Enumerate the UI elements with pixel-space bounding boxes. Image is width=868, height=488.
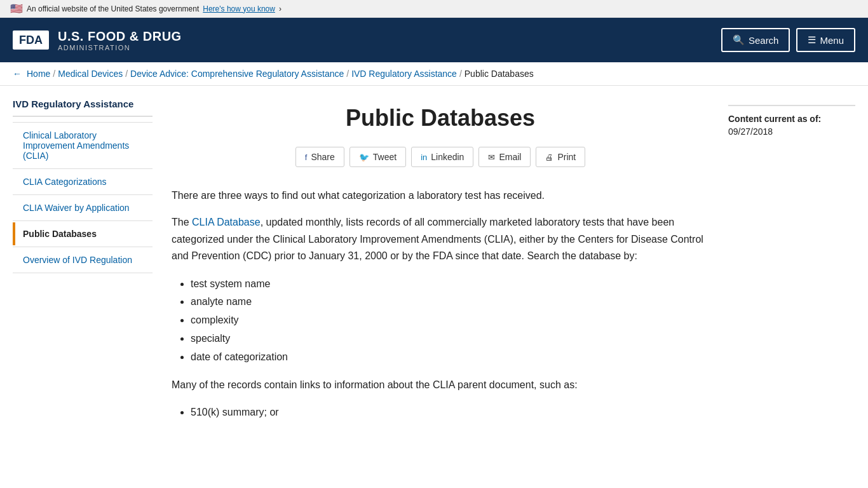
linkedin-icon: in: [421, 152, 427, 162]
right-sidebar: Content current as of: 09/27/2018: [728, 98, 855, 137]
breadcrumb-device-advice[interactable]: Device Advice: Comprehensive Regulatory …: [130, 69, 344, 79]
gov-banner-text: An official website of the United States…: [27, 4, 199, 13]
content-date-box: Content current as of: 09/27/2018: [728, 105, 855, 137]
heres-how-link[interactable]: Here's how you know: [203, 4, 275, 13]
search-label: Search: [749, 35, 779, 46]
logo-area: FDA U.S. FOOD & DRUG ADMINISTRATION: [13, 29, 182, 51]
breadcrumb-sep-2: /: [125, 69, 128, 79]
gov-banner-arrow: ›: [279, 4, 281, 13]
list-item: test system name: [191, 275, 709, 294]
sidebar-divider-5: [13, 273, 153, 273]
print-icon: 🖨: [545, 152, 553, 162]
menu-button[interactable]: ☰ Menu: [796, 28, 855, 52]
gov-banner: 🇺🇸 An official website of the United Sta…: [0, 0, 868, 18]
share-print-button[interactable]: 🖨 Print: [536, 147, 585, 167]
share-linkedin-label: Linkedin: [431, 152, 464, 162]
fda-title: U.S. FOOD & DRUG ADMINISTRATION: [58, 29, 182, 51]
sidebar-divider-1: [13, 168, 153, 169]
records-list: 510(k) summary; or: [191, 403, 709, 422]
share-twitter-label: Tweet: [373, 152, 397, 162]
clia-database-link[interactable]: CLIA Database: [192, 217, 261, 227]
share-bar: f Share 🐦 Tweet in Linkedin ✉ Email 🖨 Pr…: [172, 147, 709, 167]
intro-paragraph: There are three ways to find out what ca…: [172, 187, 709, 204]
list-item: 510(k) summary; or: [191, 403, 709, 422]
list-item: date of categorization: [191, 348, 709, 367]
sidebar-item-public-databases[interactable]: Public Databases: [13, 222, 153, 245]
breadcrumb: ← Home / Medical Devices / Device Advice…: [0, 62, 868, 86]
clia-paragraph: The CLIA Database, updated monthly, list…: [172, 214, 709, 264]
facebook-icon: f: [305, 152, 308, 162]
left-sidebar: IVD Regulatory Assistance Clinical Labor…: [13, 98, 153, 274]
list-item: analyte name: [191, 293, 709, 311]
org-name: U.S. FOOD & DRUG: [58, 29, 182, 44]
share-linkedin-button[interactable]: in Linkedin: [411, 147, 473, 167]
breadcrumb-home[interactable]: Home: [27, 69, 50, 79]
breadcrumb-sep-1: /: [53, 69, 55, 79]
breadcrumb-ivd[interactable]: IVD Regulatory Assistance: [351, 69, 457, 79]
email-icon: ✉: [488, 152, 495, 162]
search-icon: 🔍: [733, 34, 745, 46]
share-facebook-label: Share: [311, 152, 334, 162]
content-date-value: 09/27/2018: [728, 126, 855, 137]
page-wrapper: IVD Regulatory Assistance Clinical Labor…: [0, 86, 868, 458]
share-email-button[interactable]: ✉ Email: [478, 147, 531, 167]
sidebar-item-clia[interactable]: Clinical Laboratory Improvement Amendmen…: [13, 124, 153, 167]
list-item: complexity: [191, 311, 709, 330]
org-sub: ADMINISTRATION: [58, 44, 182, 51]
twitter-icon: 🐦: [359, 152, 369, 162]
sidebar-divider-3: [13, 220, 153, 221]
search-criteria-list: test system name analyte name complexity…: [191, 275, 709, 367]
records-paragraph: Many of the records contain links to inf…: [172, 377, 709, 393]
breadcrumb-sep-4: /: [459, 69, 462, 79]
clia-para-before: The: [172, 217, 192, 227]
sidebar-item-clia-categorizations[interactable]: CLIA Categorizations: [13, 170, 153, 193]
main-content: Public Databases f Share 🐦 Tweet in Link…: [172, 98, 709, 432]
share-email-label: Email: [499, 152, 521, 162]
menu-icon: ☰: [808, 34, 816, 46]
sidebar-divider-top: [13, 122, 153, 123]
header-actions: 🔍 Search ☰ Menu: [721, 28, 855, 52]
sidebar-divider-2: [13, 194, 153, 195]
list-item: specialty: [191, 330, 709, 348]
page-title: Public Databases: [172, 105, 709, 132]
back-arrow-icon: ←: [13, 69, 22, 79]
share-twitter-button[interactable]: 🐦 Tweet: [349, 147, 406, 167]
breadcrumb-current: Public Databases: [465, 69, 534, 79]
sidebar-divider-4: [13, 247, 153, 247]
share-print-label: Print: [557, 152, 576, 162]
breadcrumb-medical-devices[interactable]: Medical Devices: [58, 69, 123, 79]
content-date-label: Content current as of:: [728, 114, 855, 124]
fda-logo: FDA: [13, 30, 49, 50]
menu-label: Menu: [820, 35, 844, 46]
site-header: FDA U.S. FOOD & DRUG ADMINISTRATION 🔍 Se…: [0, 18, 868, 62]
share-facebook-button[interactable]: f Share: [295, 147, 344, 167]
sidebar-item-overview-ivd[interactable]: Overview of IVD Regulation: [13, 248, 153, 271]
breadcrumb-sep-3: /: [346, 69, 349, 79]
search-button[interactable]: 🔍 Search: [721, 28, 790, 52]
sidebar-item-clia-waiver[interactable]: CLIA Waiver by Application: [13, 196, 153, 219]
us-flag-icon: 🇺🇸: [10, 3, 23, 15]
sidebar-title: IVD Regulatory Assistance: [13, 98, 153, 117]
